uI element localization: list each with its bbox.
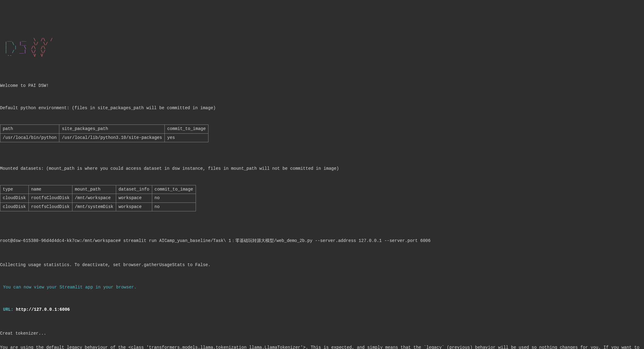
datasets-header: Mounted datasets: (mount_path is where y…	[0, 166, 644, 172]
url-label: URL:	[3, 307, 13, 312]
env-header: Default python environment: (files in si…	[0, 105, 644, 111]
table-row: cloudDisk rootfsCloudDisk /mnt/workspace…	[0, 194, 196, 203]
col-path: path	[0, 124, 59, 133]
col-site-packages: site_packages_path	[59, 124, 165, 133]
dsw-ascii-logo: __ __ \ /\ / | \ |__ \/ \/ | | \ /\ /\ |…	[0, 37, 644, 57]
terminal-output[interactable]: __ __ \ /\ / | \ |__ \/ \/ | | \ /\ /\ |…	[0, 24, 644, 349]
log-tokenizer-start: Creat tokenizer...	[0, 331, 644, 337]
table-row: /usr/local/bin/python /usr/local/lib/pyt…	[0, 133, 208, 142]
welcome-text: Welcome to PAI DSW!	[0, 83, 644, 89]
col-mount-path: mount_path	[72, 185, 116, 194]
table-header-row: path site_packages_path commit_to_image	[0, 124, 208, 133]
streamlit-ready-line: You can now view your Streamlit app in y…	[0, 284, 644, 291]
log-legacy-warning-1: You are using the default legacy behavio…	[0, 345, 644, 349]
url-line: URL: http://127.0.0.1:6006	[0, 307, 644, 313]
col-dataset-info: dataset_info	[116, 185, 152, 194]
table-row: cloudDisk rootfsCloudDisk /mnt/systemDis…	[0, 202, 196, 211]
env-table: path site_packages_path commit_to_image …	[0, 124, 208, 142]
shell-prompt-command: root@dsw-615380-96d4d4dc4-kk7cw:/mnt/wor…	[0, 238, 644, 244]
col-name: name	[28, 185, 72, 194]
col-commit: commit_to_image	[165, 124, 208, 133]
col-commit: commit_to_image	[152, 185, 196, 194]
url-value[interactable]: http://127.0.0.1:6006	[16, 307, 70, 312]
table-header-row: type name mount_path dataset_info commit…	[0, 185, 196, 194]
col-type: type	[0, 185, 29, 194]
stats-line: Collecting usage statistics. To deactiva…	[0, 262, 644, 268]
datasets-table: type name mount_path dataset_info commit…	[0, 185, 196, 212]
